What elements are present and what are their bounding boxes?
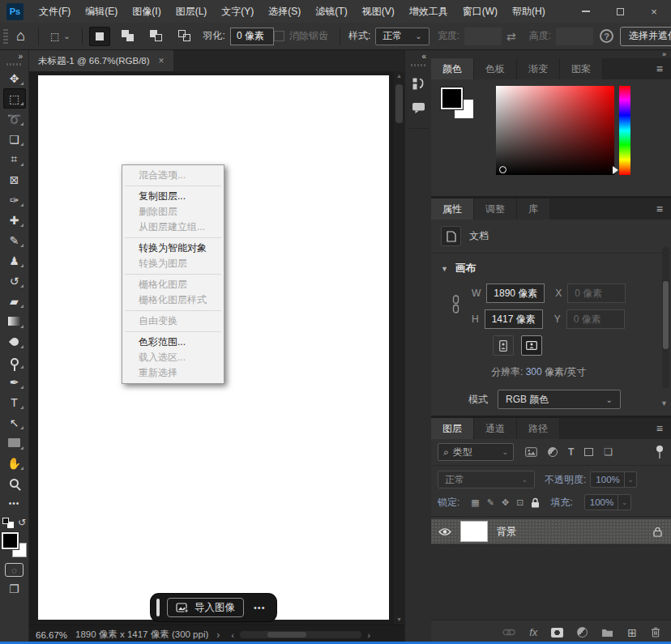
edit-toolbar-button[interactable]: ••• xyxy=(3,493,26,514)
menu-edit[interactable]: 编辑(E) xyxy=(78,5,125,19)
menu-layer[interactable]: 图层(L) xyxy=(169,5,215,19)
delete-layer-icon[interactable] xyxy=(651,627,660,638)
move-tool[interactable]: ✥ xyxy=(3,68,26,88)
pen-tool[interactable]: ✒ xyxy=(3,372,26,392)
adjustment-layer-filter-icon[interactable] xyxy=(548,447,558,457)
scroll-right-icon[interactable]: › xyxy=(367,630,370,640)
layer-filter-select[interactable]: ⌕ 类型 ⌄ xyxy=(438,443,514,461)
layer-style-fx-icon[interactable]: fx xyxy=(529,626,537,638)
frame-tool[interactable]: ⊠ xyxy=(3,169,26,190)
type-tool[interactable]: T xyxy=(3,392,26,412)
new-selection-button[interactable] xyxy=(89,27,110,46)
import-image-button[interactable]: 导入图像 xyxy=(167,598,244,617)
document-tab[interactable]: 未标题-1 @ 66.7%(RGB/8) × xyxy=(29,50,173,71)
home-icon[interactable]: ⌂ xyxy=(10,28,32,45)
panels-collapse-icon[interactable]: » xyxy=(662,50,666,58)
foreground-background-swatches[interactable] xyxy=(2,532,27,557)
minimize-button[interactable] xyxy=(569,0,603,23)
hue-slider[interactable] xyxy=(619,86,630,175)
menu-window[interactable]: 窗口(W) xyxy=(455,5,505,19)
panel-foreground-swatch[interactable] xyxy=(441,87,463,109)
status-expand-icon[interactable]: › xyxy=(216,629,220,641)
hue-slider-arrow[interactable] xyxy=(613,166,618,174)
link-layers-icon[interactable] xyxy=(502,629,515,636)
shape-layer-filter-icon[interactable] xyxy=(584,448,593,456)
swap-width-height-icon[interactable]: ⇄ xyxy=(506,30,516,43)
portrait-orientation-button[interactable] xyxy=(493,335,514,356)
tab-paths[interactable]: 路径 xyxy=(517,418,560,439)
context-item-duplicate-layer[interactable]: 复制图层... xyxy=(123,189,223,204)
tab-patterns[interactable]: 图案 xyxy=(560,58,603,79)
fill-field[interactable]: 100% ⌄ xyxy=(584,494,631,510)
subtract-selection-button[interactable] xyxy=(146,27,167,46)
object-selection-tool[interactable]: ❏ xyxy=(3,129,26,149)
rectangular-marquee-tool[interactable]: ⬚ xyxy=(3,88,26,109)
menu-select[interactable]: 选择(S) xyxy=(261,5,308,19)
context-item-color-range[interactable]: 色彩范围... xyxy=(123,335,223,350)
tab-adjustments[interactable]: 调整 xyxy=(474,198,517,220)
toolbar-grip-handle[interactable] xyxy=(6,63,23,66)
maximize-button[interactable] xyxy=(603,0,637,23)
properties-scroll-thumb[interactable] xyxy=(663,281,669,349)
color-picker-ring[interactable] xyxy=(499,166,506,173)
lock-transparency-icon[interactable]: ▦ xyxy=(471,497,479,508)
canvas-horizontal-scrollbar[interactable]: ‹ › xyxy=(231,630,401,640)
canvas-height-input[interactable]: 1417 像素 xyxy=(485,309,543,329)
context-item-convert-smart-object[interactable]: 转换为智能对象 xyxy=(123,241,223,256)
tab-gradients[interactable]: 渐变 xyxy=(517,58,560,79)
menu-image[interactable]: 图像(I) xyxy=(125,5,168,19)
clone-stamp-tool[interactable]: ♟ xyxy=(3,250,26,271)
foreground-color-swatch[interactable] xyxy=(2,532,19,549)
color-mode-select[interactable]: RGB 颜色 ⌄ xyxy=(498,390,621,409)
taskbar-more-button[interactable]: ••• xyxy=(251,603,268,612)
scroll-left-icon[interactable]: ‹ xyxy=(231,630,234,640)
gradient-tool[interactable] xyxy=(3,311,26,331)
layer-name[interactable]: 背景 xyxy=(497,525,516,539)
history-brush-tool[interactable]: ↺ xyxy=(3,271,26,291)
brush-tool[interactable]: ✎ xyxy=(3,230,26,250)
eyedropper-tool[interactable]: ✑ xyxy=(3,190,26,210)
close-button[interactable]: × xyxy=(637,0,671,23)
link-dimensions-icon[interactable] xyxy=(452,295,459,316)
properties-scrollbar[interactable] xyxy=(662,247,669,388)
lock-pixels-icon[interactable]: ✎ xyxy=(487,497,494,508)
crop-tool[interactable]: ⌗ xyxy=(3,149,26,169)
options-grip-handle[interactable] xyxy=(3,29,8,44)
lock-artboard-icon[interactable]: ⊡ xyxy=(516,497,524,508)
scroll-down-icon[interactable]: ▼ xyxy=(660,399,668,407)
tab-color[interactable]: 颜色 xyxy=(431,58,474,79)
learn-panel-icon[interactable] xyxy=(412,77,425,91)
vertical-scroll-thumb[interactable] xyxy=(395,84,403,123)
dock-grip-handle[interactable] xyxy=(411,64,425,66)
zoom-tool[interactable] xyxy=(3,473,26,493)
filter-toggle-switch[interactable] xyxy=(655,446,664,458)
layer-row-background[interactable]: 背景 xyxy=(431,518,671,544)
tab-channels[interactable]: 通道 xyxy=(474,418,517,439)
intersect-selection-button[interactable] xyxy=(174,27,195,46)
screen-mode-button[interactable]: ❐ xyxy=(9,582,19,595)
dock-collapse-icon[interactable]: « xyxy=(421,50,431,61)
lasso-tool[interactable]: ➰ xyxy=(3,109,26,129)
path-selection-tool[interactable]: ↖ xyxy=(3,412,26,433)
smart-object-filter-icon[interactable]: ❏ xyxy=(604,446,613,458)
default-colors-icon[interactable] xyxy=(2,518,14,528)
canvas-section-header[interactable]: ▼ 画布 xyxy=(431,254,671,277)
tab-close-icon[interactable]: × xyxy=(159,55,165,66)
canvas-width-input[interactable]: 1890 像素 xyxy=(486,284,545,303)
saturation-brightness-field[interactable] xyxy=(496,86,614,175)
layer-visibility-eye-icon[interactable] xyxy=(438,527,451,536)
menu-file[interactable]: 文件(F) xyxy=(32,5,78,19)
add-layer-mask-icon[interactable] xyxy=(551,628,563,638)
scroll-up-icon[interactable]: ▲ xyxy=(396,73,402,79)
panel-menu-icon[interactable]: ≡ xyxy=(648,418,671,439)
taskbar-grip-handle[interactable] xyxy=(156,599,160,616)
menu-type[interactable]: 文字(Y) xyxy=(214,5,261,19)
feather-input[interactable]: 0 像素 xyxy=(230,28,274,45)
new-group-icon[interactable] xyxy=(601,628,613,638)
lock-all-icon[interactable] xyxy=(531,497,540,508)
add-to-selection-button[interactable] xyxy=(118,27,139,46)
panel-menu-icon[interactable]: ≡ xyxy=(648,58,671,79)
blend-mode-select[interactable]: 正常 ⌄ xyxy=(438,471,535,488)
pixel-layer-filter-icon[interactable] xyxy=(525,447,537,457)
eraser-tool[interactable]: ▰ xyxy=(3,291,26,311)
